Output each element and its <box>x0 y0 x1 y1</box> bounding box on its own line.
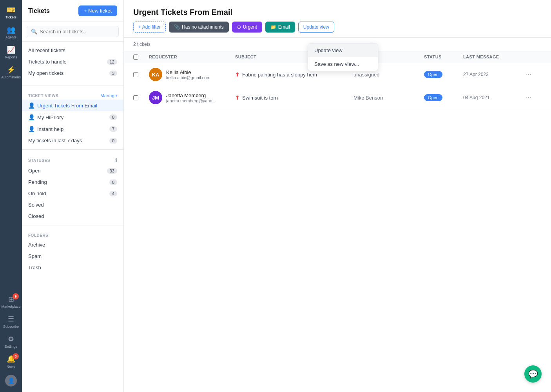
table-row[interactable]: JM Janetta Memberg janetta.memberg@yaho.… <box>124 86 551 109</box>
folder-archive[interactable]: Archive <box>22 239 123 250</box>
row-2-requester: JM Janetta Memberg janetta.memberg@yaho.… <box>149 91 235 104</box>
email-icon: 📁 <box>270 24 276 30</box>
nav-subscribe[interactable]: ☰ Subscribe <box>2 312 20 331</box>
nav-marketplace[interactable]: 9 ⊞ Marketplace <box>2 292 20 311</box>
row-2-requester-info: Janetta Memberg janetta.memberg@yaho... <box>166 93 216 103</box>
view-instant-help-left: 👤 Instant help <box>28 126 63 132</box>
nav-automations[interactable]: ⚡ Automations <box>2 63 20 82</box>
view-my-tickets-last-count: 0 <box>109 138 117 143</box>
statuses-info-icon: ℹ <box>115 158 118 163</box>
status-pending-count: 0 <box>109 180 117 185</box>
tickets-to-handle-count: 12 <box>107 59 117 65</box>
nav-news-label: News <box>7 365 16 368</box>
view-urgent-email-left: 👤 Urgent Tickets From Email <box>28 102 97 109</box>
search-wrapper: 🔍 <box>27 26 119 37</box>
status-pending-label: Pending <box>28 179 47 185</box>
sidebar-search: 🔍 <box>22 22 123 42</box>
nav-tickets-label: Tickets <box>5 15 16 19</box>
dropdown-menu: Update view Save as new view... <box>308 43 378 71</box>
status-on-hold-label: On hold <box>28 191 46 196</box>
view-urgent-email-icon: 👤 <box>28 102 35 109</box>
main-header: Urgent Tickets From Email + Add filter 📎… <box>124 0 551 38</box>
status-open-count: 33 <box>107 168 117 174</box>
view-instant-help[interactable]: 👤 Instant help 7 <box>22 123 123 135</box>
nav-settings-label: Settings <box>5 345 18 348</box>
nav-tickets[interactable]: 🎫 Tickets <box>2 3 20 22</box>
row-2-more-button[interactable]: ··· <box>526 94 531 101</box>
view-urgent-email-label: Urgent Tickets From Email <box>37 103 97 109</box>
attachment-icon: 📎 <box>174 24 180 30</box>
news-badge: 3 <box>13 353 19 359</box>
tickets-table: REQUESTER SUBJECT ASSIGNEE STATUS LAST M… <box>124 51 551 392</box>
new-ticket-button[interactable]: + New ticket <box>78 5 117 16</box>
folder-spam[interactable]: Spam <box>22 250 123 262</box>
row-1-status-badge: Open <box>424 71 442 78</box>
nav-reports[interactable]: 📈 Reports <box>2 43 20 62</box>
select-all-checkbox[interactable] <box>133 54 138 60</box>
tickets-icon: 🎫 <box>7 5 15 14</box>
header-actions <box>526 54 542 60</box>
row-1-checkbox[interactable] <box>133 72 138 77</box>
row-2-name: Janetta Memberg <box>166 93 216 98</box>
filter-urgent[interactable]: ⊙ Urgent <box>232 22 262 33</box>
row-2-subject: ⬆ Swimsuit is torn <box>235 94 353 101</box>
row-1-priority-icon: ⬆ <box>235 71 240 78</box>
row-2-priority-icon: ⬆ <box>235 94 240 101</box>
row-2-avatar: JM <box>149 91 162 104</box>
row-2-checkbox[interactable] <box>133 95 138 100</box>
status-on-hold[interactable]: On hold 4 <box>22 188 123 199</box>
nav-agents-label: Agents <box>5 35 16 39</box>
nav-tickets-to-handle[interactable]: Tickets to handle 12 <box>22 56 123 67</box>
row-1-more-button[interactable]: ··· <box>526 71 531 78</box>
dropdown-save-new-view[interactable]: Save as new view... <box>308 57 378 71</box>
view-my-hipriory-label: My HiPriory <box>37 114 63 120</box>
nav-settings[interactable]: ⚙ Settings <box>2 332 20 351</box>
statuses-section: STATUSES ℹ <box>22 153 123 165</box>
view-my-hipriory[interactable]: 👤 My HiPriory 0 <box>22 111 123 123</box>
nav-my-open[interactable]: My open tickets 3 <box>22 67 123 79</box>
chat-button[interactable]: 💬 <box>524 365 542 383</box>
manage-link[interactable]: Manage <box>100 93 117 98</box>
filter-no-attachments-label: Has no attachments <box>182 24 224 30</box>
my-open-label: My open tickets <box>28 70 63 76</box>
row-2-last-message: 04 Aug 2021 <box>463 95 526 100</box>
view-my-hipriory-icon: 👤 <box>28 114 35 120</box>
nav-marketplace-label: Marketplace <box>1 305 20 309</box>
status-closed[interactable]: Closed <box>22 211 123 222</box>
nav-agents[interactable]: 👥 Agents <box>2 23 20 42</box>
divider-3 <box>22 225 123 225</box>
my-open-count: 3 <box>109 71 117 76</box>
status-on-hold-count: 4 <box>109 191 117 196</box>
status-open[interactable]: Open 33 <box>22 165 123 176</box>
row-1-requester-info: Kellia Albie kellia.albie@gmail.com <box>166 69 210 80</box>
row-2-status-badge: Open <box>424 94 442 101</box>
row-2-assignee: Mike Benson <box>353 95 424 101</box>
nav-subscribe-label: Subscribe <box>3 325 19 328</box>
filter-email[interactable]: 📁 Email <box>265 22 295 33</box>
page-title: Urgent Tickets From Email <box>133 8 542 17</box>
nav-all-recent[interactable]: All recent tickets <box>22 45 123 56</box>
nav-reports-label: Reports <box>5 55 17 59</box>
dropdown-update-view[interactable]: Update view <box>308 44 378 57</box>
row-1-email: kellia.albie@gmail.com <box>166 75 210 80</box>
nav-news[interactable]: 3 🔔 News <box>2 352 20 371</box>
row-1-requester: KA Kellia Albie kellia.albie@gmail.com <box>149 68 235 81</box>
folders-label: FOLDERS <box>28 233 48 238</box>
row-1-subject: ⬆ Fabric painting has a sloppy hem <box>235 71 353 78</box>
view-urgent-email[interactable]: 👤 Urgent Tickets From Email <box>22 100 123 111</box>
row-1-actions: ··· <box>526 71 542 78</box>
status-solved[interactable]: Solved <box>22 199 123 211</box>
filter-bar: + Add filter 📎 Has no attachments ⊙ Urge… <box>133 22 542 33</box>
folder-trash[interactable]: Trash <box>22 262 123 273</box>
urgent-icon: ⊙ <box>237 24 241 30</box>
update-view-button[interactable]: Update view <box>298 22 334 33</box>
header-status: STATUS <box>424 54 463 60</box>
nav-profile[interactable]: 👤 <box>2 372 20 389</box>
status-pending[interactable]: Pending 0 <box>22 176 123 188</box>
filter-no-attachments[interactable]: 📎 Has no attachments <box>169 22 229 33</box>
view-my-tickets-last[interactable]: My tickets in last 7 days 0 <box>22 135 123 146</box>
add-filter-button[interactable]: + Add filter <box>133 22 166 33</box>
all-recent-label: All recent tickets <box>28 47 65 53</box>
search-input[interactable] <box>40 29 114 34</box>
folder-archive-label: Archive <box>28 242 45 248</box>
